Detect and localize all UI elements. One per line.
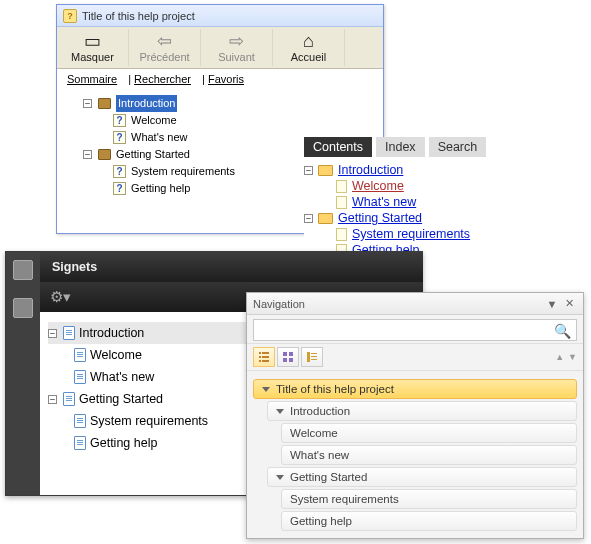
book-icon — [98, 149, 111, 160]
tree-label: Getting Started — [79, 389, 163, 409]
nav-label: System requirements — [290, 493, 399, 505]
tree-item-introduction[interactable]: − Introduction — [304, 163, 574, 177]
nav-item-getting-started[interactable]: Getting Started — [267, 467, 577, 487]
svg-rect-0 — [259, 352, 261, 354]
bookmarks-icon[interactable] — [13, 298, 33, 318]
hide-button[interactable]: ▭ Masquer — [57, 29, 129, 66]
expand-icon — [262, 387, 270, 392]
tree-item-getting-started[interactable]: − Getting Started — [304, 211, 574, 225]
tree-label: Getting help — [90, 433, 157, 453]
down-icon[interactable]: ▼ — [568, 352, 577, 362]
search-icon[interactable]: 🔍 — [554, 323, 571, 339]
nav-item-welcome[interactable]: Welcome — [281, 423, 577, 443]
page-icon — [336, 196, 347, 209]
expand-icon — [276, 475, 284, 480]
svg-rect-7 — [289, 352, 293, 356]
tree-link[interactable]: What's new — [352, 195, 416, 209]
view-tab-grid[interactable] — [277, 347, 299, 367]
tree-item-sysreq[interactable]: System requirements — [336, 227, 574, 241]
page-icon — [336, 180, 347, 193]
tree-link[interactable]: Introduction — [338, 163, 403, 177]
nav-tree: Title of this help project Introduction … — [247, 371, 583, 537]
search-input[interactable] — [253, 319, 577, 341]
nav-label: Welcome — [290, 427, 338, 439]
nav-label: Introduction — [290, 405, 350, 417]
dropdown-icon[interactable]: ▼ — [544, 297, 560, 311]
tab-contents[interactable]: Contents — [304, 137, 372, 157]
gear-icon[interactable]: ⚙▾ — [50, 288, 71, 306]
help-icon: ? — [63, 9, 77, 23]
document-icon — [63, 392, 75, 406]
expand-icon — [276, 409, 284, 414]
hide-label: Masquer — [71, 51, 114, 63]
back-button[interactable]: ⇦ Précédent — [129, 29, 201, 66]
document-icon — [74, 436, 86, 450]
tabs-row: Contents Index Search — [304, 137, 574, 157]
nav-item-root[interactable]: Title of this help project — [253, 379, 577, 399]
tab-index[interactable]: Index — [376, 137, 425, 157]
help-page-icon: ? — [113, 131, 126, 144]
nav-item-introduction[interactable]: Introduction — [267, 401, 577, 421]
svg-rect-4 — [262, 356, 269, 358]
arrow-left-icon: ⇦ — [157, 32, 172, 50]
collapse-icon[interactable]: − — [83, 150, 92, 159]
svg-rect-13 — [311, 359, 317, 360]
collapse-icon[interactable]: − — [304, 214, 313, 223]
tree-label: Introduction — [79, 323, 144, 343]
view-tabs: ▲ ▼ — [247, 343, 583, 371]
toolbar: ▭ Masquer ⇦ Précédent ⇨ Suivant ⌂ Accuei… — [57, 27, 383, 69]
pane-title: Navigation — [253, 298, 305, 310]
tree-link[interactable]: Getting Started — [338, 211, 422, 225]
tab-sommaire[interactable]: Sommaire — [67, 73, 117, 85]
tabs-row: Sommaire | Rechercher | Favoris — [57, 69, 383, 85]
side-rail — [6, 252, 40, 495]
forward-button[interactable]: ⇨ Suivant — [201, 29, 273, 66]
svg-rect-11 — [311, 353, 317, 354]
tree-label: Welcome — [90, 345, 142, 365]
tree-label: System requirements — [90, 411, 208, 431]
svg-rect-10 — [307, 352, 310, 362]
arrow-right-icon: ⇨ — [229, 32, 244, 50]
view-tab-list[interactable] — [253, 347, 275, 367]
svg-rect-12 — [311, 356, 317, 357]
tree-link[interactable]: System requirements — [352, 227, 470, 241]
collapse-icon[interactable]: − — [83, 99, 92, 108]
nav-item-sysreq[interactable]: System requirements — [281, 489, 577, 509]
tree-label: Getting Started — [116, 146, 190, 163]
collapse-icon[interactable]: − — [48, 329, 57, 338]
window-title: Title of this help project — [82, 10, 195, 22]
nav-label: Getting Started — [290, 471, 367, 483]
tree-link[interactable]: Welcome — [352, 179, 404, 193]
nav-item-gethelp[interactable]: Getting help — [281, 511, 577, 531]
up-icon[interactable]: ▲ — [555, 352, 564, 362]
svg-rect-3 — [262, 352, 269, 354]
tree-item-welcome[interactable]: Welcome — [336, 179, 574, 193]
nav-item-whatsnew[interactable]: What's new — [281, 445, 577, 465]
nav-label: What's new — [290, 449, 349, 461]
hide-icon: ▭ — [84, 32, 101, 50]
pages-icon[interactable] — [13, 260, 33, 280]
document-icon — [74, 414, 86, 428]
tree-item-whatsnew[interactable]: What's new — [336, 195, 574, 209]
tree-item-introduction[interactable]: − Introduction — [83, 95, 383, 112]
document-icon — [74, 348, 86, 362]
nav-arrows: ▲ ▼ — [555, 352, 577, 362]
tab-search[interactable]: Search — [429, 137, 487, 157]
help-page-icon: ? — [113, 165, 126, 178]
collapse-icon[interactable]: − — [48, 395, 57, 404]
tree-label: What's new — [90, 367, 154, 387]
view-tab-detail[interactable] — [301, 347, 323, 367]
panel-title: Signets — [52, 260, 97, 274]
home-icon: ⌂ — [303, 32, 314, 50]
svg-rect-5 — [262, 360, 269, 362]
svg-rect-6 — [283, 352, 287, 356]
tab-favoris[interactable]: Favoris — [208, 73, 244, 85]
tree-item-welcome[interactable]: ?Welcome — [113, 112, 383, 129]
home-button[interactable]: ⌂ Accueil — [273, 29, 345, 66]
panel-header: Signets — [40, 252, 423, 282]
collapse-icon[interactable]: − — [304, 166, 313, 175]
tab-rechercher[interactable]: Rechercher — [134, 73, 191, 85]
tree-label: Welcome — [131, 112, 177, 129]
nav-label: Getting help — [290, 515, 352, 527]
close-icon[interactable]: ✕ — [561, 297, 577, 311]
